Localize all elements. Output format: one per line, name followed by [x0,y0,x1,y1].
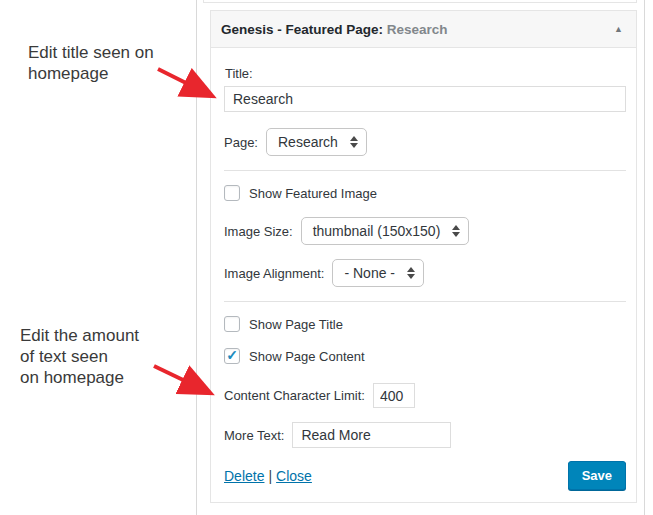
checkmark-icon: ✓ [226,348,238,362]
select-stepper-icon [350,136,358,148]
annotation-line: Edit the amount [20,325,139,346]
show-page-content-label: Show Page Content [249,349,365,364]
content-character-limit-input[interactable] [373,383,415,408]
show-page-title-label: Show Page Title [249,317,343,332]
image-size-select[interactable]: thumbnail (150x150) [301,217,470,245]
image-alignment-select-value: - None - [344,265,395,281]
page-select[interactable]: Research [266,128,367,156]
previous-widget-edge [203,0,637,3]
widget-footer: Delete|Close Save [224,461,626,503]
more-text-input[interactable] [292,422,451,448]
show-featured-image-checkbox[interactable] [224,185,240,201]
widget-body: Title: Page: Research Show Featured Imag… [211,48,636,503]
image-alignment-select[interactable]: - None - [332,259,424,287]
annotation-line: homepage [28,63,154,84]
content-character-limit-label: Content Character Limit: [224,388,365,403]
annotation-edit-text-amount: Edit the amount of text seen on homepage [20,325,139,388]
widget-header[interactable]: Genesis - Featured Page: Research ▲ [211,11,636,48]
widget-area-border-right [644,0,645,515]
divider [224,301,626,302]
page-field-label: Page: [224,135,258,150]
annotation-line: of text seen [20,346,139,367]
title-input[interactable] [224,86,626,112]
show-featured-image-label: Show Featured Image [249,186,377,201]
more-text-label: More Text: [224,428,284,443]
footer-links: Delete|Close [224,468,312,484]
featured-page-widget: Genesis - Featured Page: Research ▲ Titl… [210,10,637,503]
title-field-label: Title: [225,66,626,81]
widget-title-page-name: Research [387,22,448,37]
image-size-label: Image Size: [224,224,293,239]
annotation-edit-title: Edit title seen on homepage [28,42,154,84]
annotation-line: on homepage [20,367,139,388]
close-link[interactable]: Close [276,468,312,484]
link-separator: | [268,468,272,484]
show-page-title-checkbox[interactable] [224,316,240,332]
save-button[interactable]: Save [568,461,626,490]
select-stepper-icon [407,267,415,279]
arrow-to-title-input [158,69,206,93]
image-size-select-value: thumbnail (150x150) [313,223,441,239]
delete-link[interactable]: Delete [224,468,264,484]
widget-title-text: Genesis - Featured Page: [221,22,383,37]
page-select-value: Research [278,134,338,150]
show-page-content-checkbox[interactable]: ✓ [224,348,240,364]
widget-area-border-left [196,0,197,515]
collapse-arrow-icon[interactable]: ▲ [614,25,623,34]
divider [224,170,626,171]
widget-title: Genesis - Featured Page: Research [221,22,448,37]
image-alignment-label: Image Alignment: [224,266,324,281]
annotation-line: Edit title seen on [28,42,154,63]
select-stepper-icon [452,225,460,237]
